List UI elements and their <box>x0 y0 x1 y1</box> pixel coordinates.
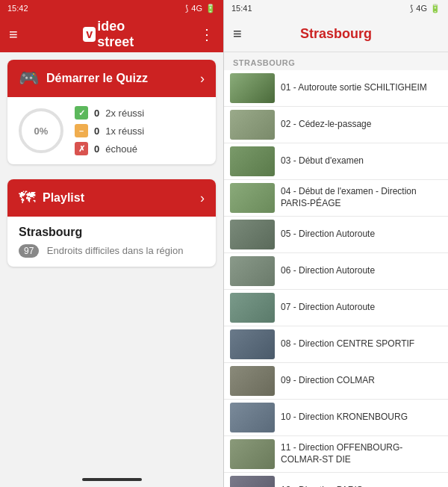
right-panel: 15:41 ⟆ 4G 🔋 ≡ Strasbourg STRASBOURG 01 … <box>224 0 448 487</box>
hamburger-icon-right[interactable]: ≡ <box>233 25 242 43</box>
video-thumbnail <box>230 439 275 469</box>
list-item[interactable]: 02 - Cédez-le-passage <box>224 107 448 143</box>
bottom-bar <box>0 472 223 487</box>
playlist-card: 🗺 Playlist › Strasbourg 97 Endroits diff… <box>7 179 216 267</box>
section-label: STRASBOURG <box>224 52 448 70</box>
video-label: 06 - Direction Autoroute <box>281 265 375 277</box>
list-item[interactable]: 12 - Direction PARIS <box>224 473 448 487</box>
more-icon-left[interactable]: ⋮ <box>199 25 214 43</box>
video-thumbnail <box>230 366 275 396</box>
thumbnail-overlay <box>230 146 275 176</box>
right-header: ≡ Strasbourg <box>224 16 448 52</box>
video-label: 04 - Début de l'examen - Direction PARIS… <box>281 186 442 209</box>
playlist-map-icon: 🗺 <box>19 188 35 208</box>
list-item[interactable]: 04 - Début de l'examen - Direction PARIS… <box>224 180 448 217</box>
video-label: 10 - Direction KRONENBOURG <box>281 412 408 424</box>
progress-label: 0% <box>34 125 49 137</box>
thumbnail-overlay <box>230 329 275 359</box>
stat-failed-number: 0 <box>94 143 99 155</box>
list-item[interactable]: 09 - Direction COLMAR <box>224 363 448 400</box>
playlist-title: Playlist <box>43 191 84 205</box>
video-thumbnail <box>230 256 275 286</box>
playlist-info: 97 Endroits difficiles dans la région <box>19 244 205 258</box>
badge-red-icon: ✗ <box>75 142 88 155</box>
video-thumbnail <box>230 146 275 176</box>
badge-green-icon: ✓ <box>75 106 88 120</box>
left-signal-icon: ⟆ <box>185 4 188 13</box>
video-label: 01 - Autoroute sortie SCHILTIGHEIM <box>281 82 427 94</box>
playlist-location: Strasbourg <box>19 226 205 239</box>
video-thumbnail <box>230 183 275 213</box>
list-item[interactable]: 05 - Direction Autoroute <box>224 217 448 253</box>
video-thumbnail <box>230 73 275 103</box>
quiz-title: Démarrer le Quizz <box>46 72 148 85</box>
right-status-right: ⟆ 4G 🔋 <box>410 4 441 13</box>
left-status-bar: 15:42 ⟆ 4G 🔋 <box>0 0 223 16</box>
logo-label: ideostreet <box>97 19 134 50</box>
stat-success-1x: – 0 1x réussi <box>75 124 144 137</box>
stat-success-2x-label: 2x réussi <box>105 108 144 119</box>
thumbnail-overlay <box>230 73 275 103</box>
video-label: 02 - Cédez-le-passage <box>281 119 371 131</box>
quiz-header[interactable]: 🎮 Démarrer le Quizz › <box>7 60 216 97</box>
video-thumbnail <box>230 329 275 359</box>
thumbnail-overlay <box>230 256 275 286</box>
list-item[interactable]: 10 - Direction KRONENBOURG <box>224 400 448 436</box>
video-label: 11 - Direction OFFENBOURG-COLMAR-ST DIE <box>281 442 442 465</box>
quiz-stats: 0% ✓ 0 2x réussi – 0 1x réussi ✗ 0 échou… <box>7 97 216 164</box>
video-label: 09 - Direction COLMAR <box>281 375 375 387</box>
right-network: 4G <box>416 4 427 13</box>
home-indicator <box>82 478 142 481</box>
left-time: 15:42 <box>7 4 28 13</box>
list-item[interactable]: 08 - Direction CENTRE SPORTIF <box>224 326 448 363</box>
logo-v: v <box>83 27 96 42</box>
list-item[interactable]: 06 - Direction Autoroute <box>224 253 448 290</box>
steering-wheel-icon: 🎮 <box>19 69 39 88</box>
right-status-bar: 15:41 ⟆ 4G 🔋 <box>224 0 448 16</box>
playlist-description: Endroits difficiles dans la région <box>47 245 184 256</box>
stat-success-2x-number: 0 <box>94 108 99 119</box>
logo: v ideostreet <box>83 19 134 50</box>
list-item[interactable]: 07 - Direction Autoroute <box>224 290 448 326</box>
stat-failed-label: échoué <box>105 143 137 155</box>
video-list[interactable]: 01 - Autoroute sortie SCHILTIGHEIM02 - C… <box>224 70 448 487</box>
left-battery-icon: 🔋 <box>205 4 216 13</box>
quiz-chevron-icon: › <box>200 71 205 87</box>
thumbnail-overlay <box>230 183 275 213</box>
stat-success-1x-label: 1x réussi <box>105 125 144 137</box>
video-thumbnail <box>230 403 275 432</box>
playlist-header[interactable]: 🗺 Playlist › <box>7 179 216 217</box>
stat-success-1x-number: 0 <box>94 125 99 137</box>
stat-failed: ✗ 0 échoué <box>75 142 144 155</box>
quiz-card: 🎮 Démarrer le Quizz › 0% ✓ 0 2x réussi –… <box>7 60 216 164</box>
playlist-header-left: 🗺 Playlist <box>19 188 84 208</box>
thumbnail-overlay <box>230 403 275 432</box>
progress-circle: 0% <box>19 108 63 153</box>
playlist-count: 97 <box>19 244 39 258</box>
thumbnail-overlay <box>230 110 275 140</box>
left-panel: 15:42 ⟆ 4G 🔋 ≡ v ideostreet ⋮ 🎮 Démarrer… <box>0 0 224 487</box>
stat-success-2x: ✓ 0 2x réussi <box>75 106 144 120</box>
playlist-body: Strasbourg 97 Endroits difficiles dans l… <box>7 217 216 267</box>
video-thumbnail <box>230 293 275 323</box>
list-item[interactable]: 11 - Direction OFFENBOURG-COLMAR-ST DIE <box>224 436 448 473</box>
thumbnail-overlay <box>230 220 275 249</box>
video-thumbnail <box>230 476 275 487</box>
hamburger-icon-left[interactable]: ≡ <box>9 26 18 43</box>
video-label: 05 - Direction Autoroute <box>281 229 375 241</box>
thumbnail-overlay <box>230 293 275 323</box>
video-label: 03 - Début d'examen <box>281 155 364 167</box>
right-time: 15:41 <box>231 4 252 13</box>
video-thumbnail <box>230 110 275 140</box>
video-label: 08 - Direction CENTRE SPORTIF <box>281 338 414 350</box>
left-header: ≡ v ideostreet ⋮ <box>0 16 223 52</box>
left-status-right: ⟆ 4G 🔋 <box>185 4 216 13</box>
thumbnail-overlay <box>230 366 275 396</box>
list-item[interactable]: 01 - Autoroute sortie SCHILTIGHEIM <box>224 70 448 107</box>
quiz-header-left: 🎮 Démarrer le Quizz <box>19 69 148 88</box>
right-battery-icon: 🔋 <box>430 4 441 13</box>
list-item[interactable]: 03 - Début d'examen <box>224 143 448 180</box>
video-thumbnail <box>230 220 275 249</box>
right-signal-icon: ⟆ <box>410 4 413 13</box>
stats-list: ✓ 0 2x réussi – 0 1x réussi ✗ 0 échoué <box>75 106 144 155</box>
